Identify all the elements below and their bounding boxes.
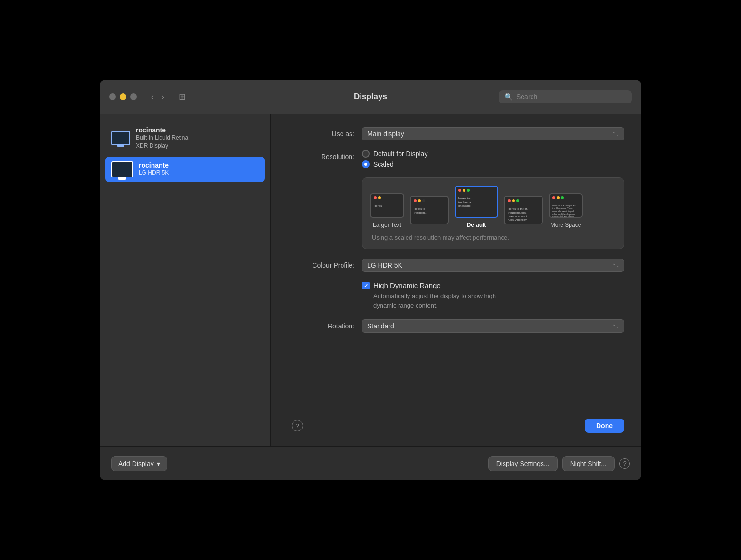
add-display-button[interactable]: Add Display ▾ xyxy=(111,456,167,471)
display1-sub2: XDR Display xyxy=(136,142,188,150)
window-title: Displays xyxy=(354,92,387,102)
done-button[interactable]: Done xyxy=(585,419,624,433)
display1-name: rocinante xyxy=(136,126,188,134)
sidebar-item-builtin[interactable]: rocinante Built-in Liquid Retina XDR Dis… xyxy=(105,121,265,155)
hdr-label: High Dynamic Range xyxy=(373,281,441,289)
display2-name: rocinante xyxy=(139,161,169,169)
thumb4-dot-red xyxy=(508,199,511,202)
thumb3-dot-yellow xyxy=(463,189,466,192)
colour-profile-row: Colour Profile: LG HDR 5K Display P3 sRG… xyxy=(288,259,624,272)
thumb-2[interactable]: Here's totroublem... xyxy=(410,196,449,228)
monitor-ext-icon xyxy=(111,161,133,177)
hdr-desc1: Automatically adjust the display to show… xyxy=(373,292,496,299)
footer: Add Display ▾ Display Settings... Night … xyxy=(100,446,641,480)
back-button[interactable]: ‹ xyxy=(148,90,157,104)
thumb4-dot-yellow xyxy=(512,199,515,202)
thumb3-label: Default xyxy=(467,222,486,228)
rotation-control: Standard 90° 180° 270° xyxy=(362,319,624,333)
add-display-label: Add Display xyxy=(118,460,154,467)
help-button[interactable]: ? xyxy=(292,420,303,431)
thumb3-dot-red xyxy=(458,189,461,192)
forward-button[interactable]: › xyxy=(159,90,167,104)
thumb-larger-text[interactable]: Here's Larger Text xyxy=(370,193,404,228)
thumb2-dot-partial xyxy=(422,199,425,202)
thumb4-dot-green xyxy=(516,199,519,202)
thumb2-dot-yellow xyxy=(418,199,421,202)
thumb-4[interactable]: Here's to the cr...troublemakers.ones wh… xyxy=(504,196,543,228)
night-shift-button[interactable]: Night Shift... xyxy=(562,456,615,471)
hdr-control: High Dynamic Range Automatically adjust … xyxy=(362,281,624,310)
thumb1-dot-red xyxy=(374,196,377,199)
resolution-default-option[interactable]: Default for Display xyxy=(362,150,624,158)
resolution-default-radio[interactable] xyxy=(362,150,370,158)
search-icon: 🔍 xyxy=(504,93,513,101)
thumb3-dots xyxy=(458,189,470,192)
thumb5-dot-green xyxy=(561,196,564,199)
resolution-scaled-option[interactable]: Scaled xyxy=(362,160,624,168)
grid-button[interactable]: ⊞ xyxy=(175,90,190,104)
use-as-select[interactable]: Main display Mirror for Display 1 Extend… xyxy=(362,127,624,140)
rotation-select[interactable]: Standard 90° 180° 270° xyxy=(362,319,624,333)
monitor-builtin-icon xyxy=(111,131,130,145)
thumbnails-row: Here's Larger Text xyxy=(288,177,624,249)
resolution-row: Resolution: Default for Display Scaled xyxy=(288,150,624,168)
hdr-desc2: dynamic range content. xyxy=(373,302,437,309)
search-input[interactable] xyxy=(516,93,626,101)
display1-sub1: Built-in Liquid Retina xyxy=(136,134,188,142)
content-area: rocinante Built-in Liquid Retina XDR Dis… xyxy=(100,114,641,446)
minimize-button[interactable] xyxy=(120,93,126,100)
main-panel: Use as: Main display Mirror for Display … xyxy=(271,114,641,446)
sidebar-item-lg[interactable]: rocinante LG HDR 5K xyxy=(105,157,265,182)
hdr-spacer xyxy=(288,281,354,284)
hdr-checkbox-item[interactable]: High Dynamic Range xyxy=(362,281,624,289)
display1-info: rocinante Built-in Liquid Retina XDR Dis… xyxy=(136,126,188,150)
thumb4-preview: Here's to the cr...troublemakers.ones wh… xyxy=(504,196,543,224)
colour-profile-select[interactable]: LG HDR 5K Display P3 sRGB IEC61966-2.1 xyxy=(362,259,624,272)
thumb4-dots xyxy=(508,199,519,202)
colour-profile-label: Colour Profile: xyxy=(288,259,354,269)
resolution-scaled-radio[interactable] xyxy=(362,160,370,168)
add-display-chevron: ▾ xyxy=(157,460,160,467)
thumb3-dot-green xyxy=(467,189,470,192)
maximize-button[interactable] xyxy=(130,93,137,100)
resolution-default-label: Default for Display xyxy=(373,150,428,158)
thumbnails-inner: Here's Larger Text xyxy=(370,186,616,228)
display2-sub: LG HDR 5K xyxy=(139,169,169,177)
resolution-radio-group: Default for Display Scaled xyxy=(362,150,624,168)
performance-note: Using a scaled resolution may affect per… xyxy=(370,234,616,241)
footer-help-button[interactable]: ? xyxy=(619,458,630,469)
thumb-more-space[interactable]: Here's to the crazy onestroublemakers. T… xyxy=(549,193,583,228)
thumb1-dots xyxy=(374,196,381,199)
thumb1-label: Larger Text xyxy=(373,222,401,228)
sidebar: rocinante Built-in Liquid Retina XDR Dis… xyxy=(100,114,271,446)
thumb-default[interactable]: Here's to ttroublema...ones who Default xyxy=(455,186,498,228)
rotation-row: Rotation: Standard 90° 180° 270° xyxy=(288,319,624,333)
panel-bottom: ? Done xyxy=(288,415,624,433)
display2-info: rocinante LG HDR 5K xyxy=(139,161,169,177)
thumb5-label: More Space xyxy=(551,222,581,228)
thumb1-preview: Here's xyxy=(370,193,404,218)
thumb2-dot-red xyxy=(414,199,417,202)
hdr-checkbox[interactable] xyxy=(362,282,370,289)
thumb5-dots xyxy=(552,196,564,199)
resolution-thumbnails: Here's Larger Text xyxy=(362,177,624,249)
search-box[interactable]: 🔍 xyxy=(499,90,632,103)
use-as-row: Use as: Main display Mirror for Display … xyxy=(288,127,624,140)
close-button[interactable] xyxy=(109,93,116,100)
resolution-control: Default for Display Scaled xyxy=(362,150,624,168)
footer-right: Display Settings... Night Shift... ? xyxy=(488,456,630,471)
resolution-scaled-label: Scaled xyxy=(373,160,394,168)
thumb5-preview: Here's to the crazy onestroublemakers. T… xyxy=(549,193,583,218)
titlebar: ‹ › ⊞ Displays 🔍 xyxy=(100,80,641,114)
thumb5-dot-red xyxy=(552,196,555,199)
hdr-desc: Automatically adjust the display to show… xyxy=(373,291,624,310)
colour-profile-control: LG HDR 5K Display P3 sRGB IEC61966-2.1 xyxy=(362,259,624,272)
hdr-row: High Dynamic Range Automatically adjust … xyxy=(288,281,624,310)
thumb3-preview: Here's to ttroublema...ones who xyxy=(455,186,498,218)
rotation-label: Rotation: xyxy=(288,319,354,330)
thumb5-dot-yellow xyxy=(557,196,560,199)
window: ‹ › ⊞ Displays 🔍 rocinante Built-in Liqu… xyxy=(100,80,641,480)
resolution-label: Resolution: xyxy=(288,150,354,160)
display-settings-button[interactable]: Display Settings... xyxy=(488,456,558,471)
traffic-lights xyxy=(109,93,137,100)
